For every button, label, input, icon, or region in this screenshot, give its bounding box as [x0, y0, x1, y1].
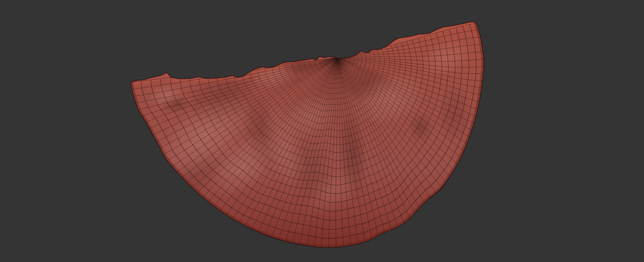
terrain-mesh-object[interactable] — [131, 22, 484, 248]
surface-shadow — [409, 112, 433, 142]
scene-canvas[interactable] — [0, 0, 644, 262]
viewport-3d[interactable] — [0, 0, 644, 262]
